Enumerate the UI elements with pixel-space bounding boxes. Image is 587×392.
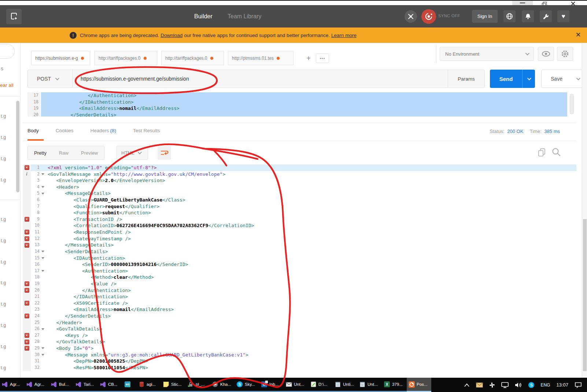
network-status-button[interactable]	[503, 10, 516, 22]
taskbar-app-button[interactable]: WS	[123, 378, 137, 392]
error-x-icon[interactable]: ×	[25, 230, 29, 234]
history-item[interactable]: t.g	[1, 134, 6, 140]
request-editor-scrollbar[interactable]	[570, 94, 574, 114]
fold-toggle[interactable]	[40, 190, 45, 197]
error-x-icon[interactable]: ×	[25, 314, 29, 318]
error-x-icon[interactable]: ×	[25, 165, 29, 170]
taskbar-app-button[interactable]: Agr...	[25, 378, 49, 392]
tab-builder[interactable]: Builder	[194, 5, 213, 27]
request-tab[interactable]: http://tariffpackages.0	[161, 51, 224, 65]
environment-preview-button[interactable]	[538, 47, 554, 61]
tab-body[interactable]: Body	[27, 128, 39, 133]
send-options-button[interactable]	[522, 70, 535, 88]
view-preview[interactable]: Preview	[75, 150, 104, 156]
error-x-icon[interactable]: ×	[25, 340, 29, 344]
taskbar-app-button[interactable]: O✓Inb...	[259, 378, 284, 392]
taskbar-app-button[interactable]: Unti...	[333, 378, 358, 392]
environment-settings-button[interactable]	[557, 47, 573, 61]
language-indicator[interactable]: ENG	[540, 382, 550, 388]
taskbar-app-button[interactable]: Kha...	[210, 378, 235, 392]
request-tab[interactable]: https://submission.e-g	[31, 51, 90, 65]
tray-mail-icon[interactable]	[476, 382, 483, 388]
fold-toggle[interactable]	[40, 184, 45, 191]
search-response-button[interactable]	[551, 147, 561, 158]
tab-test-results[interactable]: Test Results	[133, 128, 160, 133]
history-item[interactable]: t.g	[1, 301, 6, 307]
error-x-icon[interactable]: ×	[25, 346, 29, 351]
send-button[interactable]: Send	[490, 70, 535, 88]
request-body-editor[interactable]: 17 </Authentication>18 </IDAuthenticatio…	[23, 92, 576, 117]
more-tabs-button[interactable]: •••	[316, 53, 329, 63]
tray-network-icon[interactable]	[501, 382, 509, 388]
history-item[interactable]: t.g	[1, 280, 6, 285]
download-link[interactable]: Download	[160, 33, 182, 38]
error-x-icon[interactable]: ×	[25, 243, 29, 248]
add-request-tab-button[interactable]: +	[303, 53, 314, 64]
clock[interactable]: 13:07	[556, 382, 568, 388]
error-x-icon[interactable]: ×	[25, 281, 29, 286]
scrollbar-thumb[interactable]	[583, 219, 587, 371]
sidebar-scrollbar[interactable]	[16, 101, 19, 192]
error-x-icon[interactable]: ×	[25, 301, 29, 306]
tray-skype-icon[interactable]: S	[528, 382, 534, 388]
taskbar-app-button[interactable]: SSky...	[235, 378, 259, 392]
taskbar-app-button[interactable]: CB...	[98, 378, 123, 392]
info-icon[interactable]: i	[26, 171, 27, 178]
learn-more-link[interactable]: Learn more	[331, 33, 357, 38]
history-item[interactable]: t.g	[1, 177, 6, 182]
interceptor-button[interactable]	[405, 10, 417, 23]
wrap-lines-button[interactable]	[158, 146, 171, 160]
tray-slack-icon[interactable]	[489, 382, 495, 388]
taskbar-app-button[interactable]: Agr...	[0, 378, 25, 392]
taskbar-app-button[interactable]: agi...	[137, 378, 161, 392]
taskbar-app-button[interactable]: Stic...	[161, 378, 186, 392]
new-tab-button[interactable]	[6, 9, 22, 24]
taskbar-app-button[interactable]: Pos...	[407, 378, 431, 392]
history-item[interactable]: t.g	[1, 217, 6, 222]
taskbar-app-button[interactable]: D:\...	[309, 378, 333, 392]
response-format-select[interactable]: HTML	[117, 146, 148, 160]
taskbar-app-button[interactable]: Bul...	[49, 378, 74, 392]
error-x-icon[interactable]: ×	[25, 217, 29, 222]
copy-response-button[interactable]	[538, 148, 546, 158]
clear-all-link[interactable]: ear all	[0, 82, 14, 88]
view-pretty[interactable]: Pretty	[28, 150, 53, 156]
history-item[interactable]: t.g	[1, 365, 6, 370]
settings-button[interactable]	[540, 10, 552, 22]
fold-toggle[interactable]	[40, 326, 45, 332]
history-item[interactable]: t.g	[1, 156, 6, 161]
fold-toggle[interactable]	[40, 248, 45, 255]
sync-button[interactable]	[421, 9, 436, 24]
fold-toggle[interactable]	[40, 268, 45, 274]
taskbar-app-button[interactable]: Tari...	[74, 378, 98, 392]
request-tab[interactable]: http://ptmssms.01.tes	[228, 51, 294, 65]
error-x-icon[interactable]: ×	[25, 288, 29, 293]
error-x-icon[interactable]: ×	[25, 236, 29, 241]
view-raw[interactable]: Raw	[53, 150, 75, 156]
history-item[interactable]: t.g	[1, 344, 6, 349]
fold-toggle[interactable]	[40, 345, 45, 352]
sign-in-button[interactable]: Sign In	[472, 10, 498, 23]
tab-headers[interactable]: Headers(8)	[91, 128, 117, 133]
history-item[interactable]: t.g	[1, 322, 6, 328]
window-close-button[interactable]	[563, 1, 583, 5]
environment-select[interactable]: No Environment	[440, 47, 534, 61]
action-center-icon[interactable]	[575, 382, 582, 388]
history-item[interactable]: t.g	[1, 113, 6, 119]
taskbar-app-button[interactable]: pl_...	[186, 378, 210, 392]
url-input[interactable]: https://submission.e-government.ge/submi…	[73, 76, 448, 82]
fold-toggle[interactable]	[40, 255, 45, 262]
save-button[interactable]: Save	[541, 70, 572, 88]
taskbar-app-button[interactable]: X379...	[382, 378, 407, 392]
request-tab[interactable]: http://tariffpackages.0	[95, 51, 157, 65]
fold-toggle[interactable]	[40, 352, 45, 358]
window-scrollbar[interactable]	[582, 43, 587, 378]
params-button[interactable]: Params	[448, 70, 484, 88]
fold-toggle[interactable]	[40, 171, 45, 178]
favorites-button[interactable]: ♥	[557, 10, 569, 22]
tab-team-library[interactable]: Team Library	[228, 5, 261, 27]
tab-cookies[interactable]: Cookies	[56, 128, 74, 133]
banner-close-button[interactable]: ✕	[574, 31, 583, 39]
window-minimize-button[interactable]	[512, 1, 533, 5]
taskbar-app-button[interactable]: Unt...	[284, 378, 309, 392]
